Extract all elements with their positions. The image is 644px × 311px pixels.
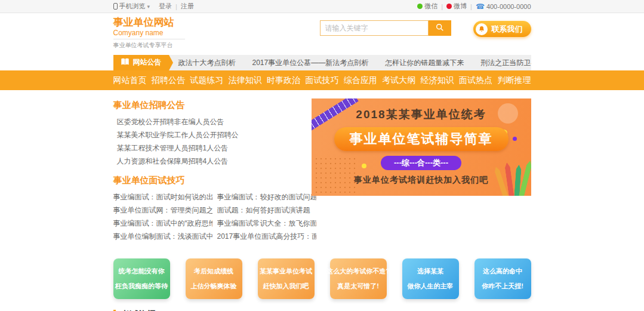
weibo-icon xyxy=(446,4,452,9)
search-button[interactable] xyxy=(429,20,451,36)
notice-item[interactable]: 怎样让你的错题量减下来 xyxy=(385,55,464,70)
recruit-item[interactable]: 区委党校公开招聘非在编人员公告 xyxy=(113,115,304,128)
weibo-link[interactable]: 微博 xyxy=(446,2,467,11)
search-bar xyxy=(320,20,451,36)
recruit-section-title: 事业单位招聘公告 xyxy=(113,100,304,111)
recruit-list: 区委党校公开招聘非在编人员公告某某美术职业学院工作人员公开招聘公某某工程技术管理… xyxy=(113,115,304,168)
banner-category-pill: ---综---合---类--- xyxy=(381,156,461,170)
card-line2: 真是太可惜了! xyxy=(337,282,379,291)
header: 事业单位网站 Comyany name 事业单位考试专享平台 联系我们 网站公告… xyxy=(113,13,531,70)
login-link[interactable]: 登录 xyxy=(159,2,172,11)
site-title: 事业单位网站 xyxy=(113,17,185,29)
notice-item[interactable]: 2017事业单位公基——新法考点剖析 xyxy=(252,55,369,70)
card-line2: 上估分畅爽体验 xyxy=(191,282,237,291)
slogan-card[interactable]: 这么大的考试你不造? 真是太可惜了! xyxy=(330,258,387,299)
card-line1: 统考怎能没有你 xyxy=(119,267,165,276)
search-icon xyxy=(435,23,445,34)
mobile-phone-icon xyxy=(113,3,118,10)
divider: | xyxy=(470,3,472,10)
divider xyxy=(153,3,155,10)
hotline-number[interactable]: ☎ 400-0000-0000 xyxy=(476,2,531,11)
wechat-link[interactable]: 微信 xyxy=(417,2,437,11)
notice-item[interactable]: 政法十大考点剖析 xyxy=(178,55,236,70)
interview-item[interactable]: 事业单位编制面试：浅谈面试中的综合 xyxy=(113,230,212,243)
card-line2: 赶快加入我们吧 xyxy=(263,282,309,291)
bell-icon xyxy=(476,23,488,35)
interview-item[interactable]: 事业编面试：面试时如何说的出“口” xyxy=(113,190,212,204)
interview-item[interactable]: 事业编面试：面试中的“政府思维”知 xyxy=(113,217,212,230)
wechat-label: 微信 xyxy=(424,2,437,11)
left-column: 事业单位招聘公告 区委党校公开招聘非在编人员公告某某美术职业学院工作人员公开招聘… xyxy=(113,98,304,243)
interview-item[interactable]: 事业编面试：较好改的面试问题在这里 xyxy=(217,190,316,204)
main-nav: 网站首页招聘公告试题练习法律知识时事政治面试技巧综合应用考试大纲经济知识面试热点… xyxy=(0,70,644,90)
nav-item[interactable]: 面试技巧 xyxy=(305,70,338,90)
slogan-card[interactable]: 这么高的命中 你咋不上天捏! xyxy=(474,258,531,299)
nav-item[interactable]: 综合应用 xyxy=(344,70,377,90)
main-content: 事业单位招聘公告 区委党校公开招聘非在编人员公告某某美术职业学院工作人员公开招聘… xyxy=(113,98,531,311)
mobile-browse-label: 手机浏览 xyxy=(119,2,146,11)
slogan-card[interactable]: 统考怎能没有你 枉负我痴痴的等待 xyxy=(113,258,170,299)
nav-item[interactable]: 招聘公告 xyxy=(152,70,185,90)
contact-us-button[interactable]: 联系我们 xyxy=(473,21,531,37)
wechat-icon xyxy=(417,4,423,9)
card-line2: 枉负我痴痴的等待 xyxy=(115,282,168,291)
banner-footer-text: 事业单位考试培训赶快加入我们吧 xyxy=(312,175,531,186)
card-line1: 这么高的命中 xyxy=(483,267,522,276)
mobile-browse-link[interactable]: 手机浏览 ▾ xyxy=(113,2,150,11)
circle-decoration xyxy=(362,164,366,168)
nav-item[interactable]: 经济知识 xyxy=(421,70,454,90)
divider: | xyxy=(175,3,177,10)
recruit-item[interactable]: 某某工程技术管理人员招聘1人公告 xyxy=(113,141,304,155)
site-slogan: 事业单位考试专享平台 xyxy=(113,41,185,50)
banner-headline: 2018某某事业单位统考 xyxy=(312,107,531,122)
notice-bar: 网站公告 政法十大考点剖析2017事业单位公基——新法考点剖析怎样让你的错题量减… xyxy=(113,55,531,70)
hotline-label: 400-0000-0000 xyxy=(486,3,531,10)
book-icon xyxy=(121,58,130,67)
banner-title-pill: 事业单位笔试辅导简章 xyxy=(334,127,509,151)
notice-list: 政法十大考点剖析2017事业单位公基——新法考点剖析怎样让你的错题量减下来刑法之… xyxy=(169,55,531,70)
notice-label: 网站公告 xyxy=(133,57,162,67)
nav-item[interactable]: 面试热点 xyxy=(459,70,492,90)
nav-item[interactable]: 考试大纲 xyxy=(382,70,415,90)
interview-item[interactable]: 事业单位面试网：管理类问题之如何笔 xyxy=(113,204,212,217)
recruit-item[interactable]: 某某美术职业学院工作人员公开招聘公 xyxy=(113,128,304,141)
register-link[interactable]: 注册 xyxy=(181,2,194,11)
slogan-card[interactable]: 某某事业单位考试 赶快加入我们吧 xyxy=(258,258,315,299)
card-line1: 某某事业单位考试 xyxy=(260,267,312,276)
card-line2: 做你人生的主宰 xyxy=(408,282,454,291)
card-line1: 选择某某 xyxy=(417,267,443,276)
slogan-card[interactable]: 考后知成绩线 上估分畅爽体验 xyxy=(186,258,242,299)
interview-item[interactable]: 事业编面试常识大全：放飞你面试思路 xyxy=(217,217,316,230)
card-line1: 这么大的考试你不造? xyxy=(326,267,390,276)
divider: | xyxy=(441,3,443,10)
slogan-card[interactable]: 选择某某 做你人生的主宰 xyxy=(402,258,459,299)
nav-item[interactable]: 判断推理 xyxy=(497,70,531,90)
circle-decoration xyxy=(513,137,517,141)
nav-item[interactable]: 试题练习 xyxy=(190,70,223,90)
search-input[interactable] xyxy=(320,20,429,36)
slogan-cards: 统考怎能没有你 枉负我痴痴的等待 考后知成绩线 上估分畅爽体验 某某事业单位考试… xyxy=(113,258,531,299)
main-promo-banner[interactable]: 2018某某事业单位统考 事业单位笔试辅导简章 ---综---合---类--- … xyxy=(312,98,531,196)
interview-item[interactable]: 面试题：如何答好面试演讲题 xyxy=(217,204,316,217)
interview-list-left: 事业编面试：面试时如何说的出“口”事业单位面试网：管理类问题之如何笔事业编面试：… xyxy=(113,190,212,243)
nav-item[interactable]: 法律知识 xyxy=(229,70,262,90)
interview-list-right: 事业编面试：较好改的面试问题在这里面试题：如何答好面试演讲题事业编面试常识大全：… xyxy=(217,190,316,243)
phone-icon: ☎ xyxy=(476,2,485,11)
logo[interactable]: 事业单位网站 Comyany name 事业单位考试专享平台 xyxy=(113,17,185,50)
topbar: 手机浏览 ▾ 登录 | 注册 微信 | 微博 | ☎ 400-0000-0000 xyxy=(0,0,644,13)
company-name: Comyany name xyxy=(113,29,185,39)
chevron-down-icon: ▾ xyxy=(147,4,150,10)
card-line1: 考后知成绩线 xyxy=(194,267,233,276)
nav-item[interactable]: 网站首页 xyxy=(113,70,147,90)
notice-item[interactable]: 刑法之正当防卫与紧急避险的区别 xyxy=(480,55,531,70)
interview-section-title: 事业单位面试技巧 xyxy=(113,175,304,186)
recruit-item[interactable]: 人力资源和社会保障局招聘4人公告 xyxy=(113,155,304,168)
weibo-label: 微博 xyxy=(454,2,467,11)
interview-item[interactable]: 2017事业单位面试高分技巧：面试 xyxy=(217,230,316,243)
contact-us-label: 联系我们 xyxy=(492,24,523,35)
card-line2: 你咋不上天捏! xyxy=(482,282,523,291)
nav-item[interactable]: 时事政治 xyxy=(267,70,300,90)
notice-badge: 网站公告 xyxy=(113,55,169,70)
